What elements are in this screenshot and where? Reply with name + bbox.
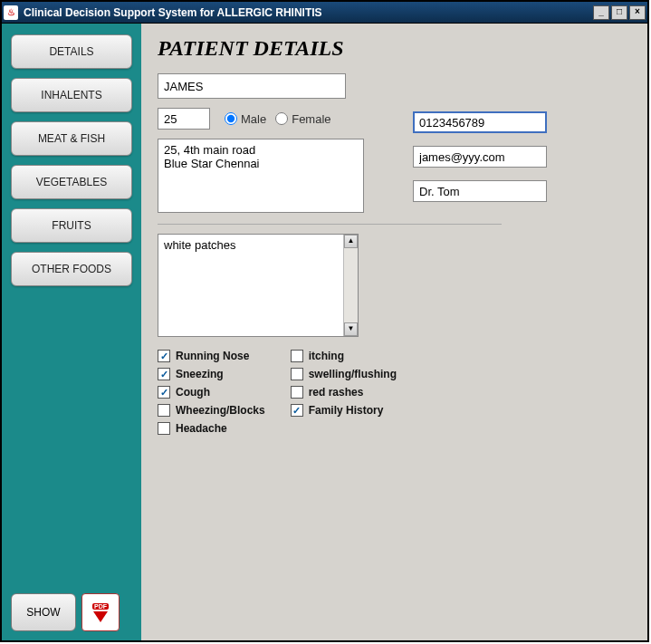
checkbox-icon[interactable]: ✓ [291, 404, 303, 417]
symptom-family-history[interactable]: ✓Family History [291, 404, 397, 417]
email-input[interactable] [413, 146, 547, 168]
symptom-label: Cough [176, 386, 210, 399]
scroll-down-button[interactable]: ▼ [344, 322, 358, 336]
titlebar: ♨ Clinical Decision Support System for A… [2, 2, 647, 24]
sidebar-item-vegetables[interactable]: VEGETABLES [11, 165, 132, 199]
sidebar-bottom: SHOW PDF [11, 593, 120, 631]
close-button[interactable]: × [629, 5, 646, 20]
symptom-wheezing-blocks[interactable]: Wheezing/Blocks [158, 404, 265, 417]
gender-female-radio[interactable] [275, 112, 288, 125]
symptom-label: Headache [176, 422, 227, 435]
symptom-label: Wheezing/Blocks [176, 404, 265, 417]
symptom-swelling-flushing[interactable]: swelling/flushing [291, 368, 397, 380]
symptom-label: Family History [309, 404, 384, 417]
gender-male-radio[interactable] [225, 112, 237, 125]
checkbox-icon[interactable]: ✓ [158, 386, 170, 399]
checkbox-icon[interactable]: ✓ [158, 368, 170, 380]
pdf-icon[interactable]: PDF [81, 593, 120, 631]
doctor-input[interactable] [413, 180, 547, 202]
symptom-col-2: itchingswelling/flushingred rashes✓Famil… [291, 350, 397, 435]
symptom-label: Running Nose [176, 350, 249, 362]
symptoms-textarea-wrap: ▲ ▼ [158, 234, 359, 337]
symptom-red-rashes[interactable]: red rashes [291, 386, 397, 399]
symptom-running-nose[interactable]: ✓Running Nose [158, 350, 265, 362]
right-column [413, 111, 547, 202]
name-input[interactable] [158, 73, 346, 99]
symptom-col-1: ✓Running Nose✓Sneezing✓CoughWheezing/Blo… [158, 350, 265, 435]
symptom-checkboxes: ✓Running Nose✓Sneezing✓CoughWheezing/Blo… [158, 350, 631, 435]
sidebar-item-details[interactable]: DETAILS [11, 34, 132, 69]
checkbox-icon[interactable] [158, 404, 170, 417]
gender-female[interactable]: Female [275, 112, 330, 126]
symptom-itching[interactable]: itching [291, 350, 397, 362]
phone-input[interactable] [413, 111, 547, 133]
age-input[interactable] [158, 108, 210, 130]
checkbox-icon[interactable] [291, 350, 303, 362]
minimize-button[interactable]: _ [593, 5, 609, 20]
symptom-label: Sneezing [176, 368, 224, 380]
gender-female-label: Female [292, 112, 330, 126]
window-controls: _ □ × [593, 5, 646, 20]
main-panel: PATIENT DETAILS Male Female [141, 24, 647, 640]
checkbox-icon[interactable] [291, 386, 303, 399]
address-input[interactable] [158, 139, 364, 213]
gender-male-label: Male [241, 112, 266, 126]
sidebar-item-fruits[interactable]: FRUITS [11, 208, 132, 243]
app-window: ♨ Clinical Decision Support System for A… [0, 0, 649, 642]
sidebar-item-inhalents[interactable]: INHALENTS [11, 78, 132, 112]
symptom-label: swelling/flushing [309, 368, 397, 380]
gender-male[interactable]: Male [225, 112, 266, 126]
sidebar: DETAILS INHALENTS MEAT & FISH VEGETABLES… [2, 24, 141, 640]
scrollbar[interactable]: ▲ ▼ [343, 235, 358, 336]
separator [158, 224, 502, 225]
sidebar-item-meat-fish[interactable]: MEAT & FISH [11, 121, 132, 156]
symptom-label: red rashes [309, 386, 364, 399]
checkbox-icon[interactable] [158, 422, 170, 435]
show-button[interactable]: SHOW [11, 593, 76, 631]
content-area: DETAILS INHALENTS MEAT & FISH VEGETABLES… [2, 24, 647, 640]
page-title: PATIENT DETAILS [158, 36, 631, 61]
window-title: Clinical Decision Support System for ALL… [24, 6, 593, 19]
sidebar-item-other-foods[interactable]: OTHER FOODS [11, 252, 132, 286]
maximize-button[interactable]: □ [611, 5, 627, 20]
checkbox-icon[interactable]: ✓ [158, 350, 170, 362]
symptoms-textarea[interactable] [158, 235, 343, 336]
gender-group: Male Female [225, 112, 331, 126]
symptom-label: itching [309, 350, 344, 362]
symptom-sneezing[interactable]: ✓Sneezing [158, 368, 265, 380]
symptom-cough[interactable]: ✓Cough [158, 386, 265, 399]
symptom-headache[interactable]: Headache [158, 422, 265, 435]
scroll-up-button[interactable]: ▲ [344, 235, 358, 248]
checkbox-icon[interactable] [291, 368, 303, 380]
java-icon: ♨ [4, 5, 18, 20]
